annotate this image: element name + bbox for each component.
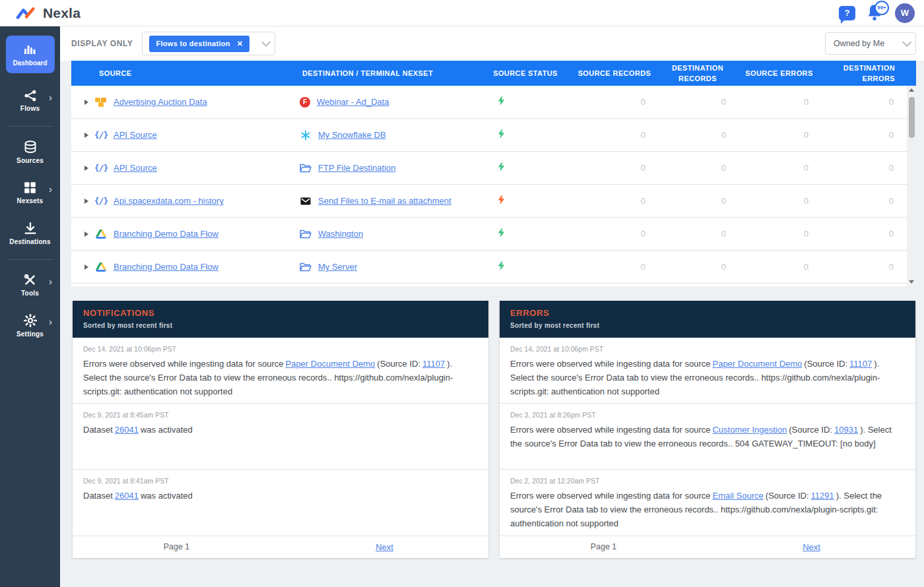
firebolt-icon: F (300, 97, 310, 108)
active-status-bolt-icon (496, 95, 506, 106)
destination-records-value: 0 (657, 130, 738, 140)
notification-entry: Dec 9, 2021 at 8:41am PST Dataset26041wa… (73, 470, 488, 536)
next-page-link[interactable]: Next (376, 542, 393, 552)
row-expander-icon[interactable] (84, 199, 88, 204)
table-header-row: SOURCE DESTINATION / TERMINAL NEXSET SOU… (71, 61, 916, 86)
source-link[interactable]: Advertising Auction Data (114, 97, 207, 107)
column-header-source: SOURCE (71, 68, 281, 79)
source-id-link[interactable]: 11291 (809, 491, 836, 501)
row-expander-icon[interactable] (84, 100, 88, 105)
scrollbar-thumb[interactable] (909, 97, 915, 138)
source-link[interactable]: Branching Demo Data Flow (114, 262, 218, 272)
dataset-id-link[interactable]: 26041 (113, 491, 141, 501)
owner-filter-value: Owned by Me (834, 39, 884, 48)
destination-errors-value: 0 (820, 130, 906, 140)
panel-title: ERRORS (510, 308, 905, 318)
sidebar-divider (7, 259, 53, 260)
active-status-bolt-icon (496, 260, 506, 271)
source-id-link[interactable]: 10931 (832, 425, 860, 435)
entry-text: (Source ID: (766, 491, 809, 501)
filter-bar: DISPLAY ONLY Flows to destination ✕ Owne… (60, 26, 924, 61)
destination-link[interactable]: Webinar - Ad_Data (317, 97, 389, 107)
entry-timestamp: Dec 9, 2021 at 8:41am PST (83, 477, 478, 485)
source-name-link[interactable]: Email Source (710, 491, 765, 501)
help-button[interactable]: ? (839, 6, 855, 20)
error-entry: Dec 14, 2021 at 10:06pm PST Errors were … (500, 338, 915, 404)
filter-chip[interactable]: Flows to destination ✕ (149, 36, 249, 52)
entry-message: Dataset26041was activated (83, 489, 478, 503)
table-scrollbar[interactable] (907, 86, 916, 286)
destination-link[interactable]: Washington (318, 229, 363, 239)
sidebar-item-dashboard[interactable]: Dashboard (6, 36, 55, 73)
nexla-logo[interactable]: Nexla (16, 5, 81, 22)
entry-timestamp: Dec 9, 2021 at 8:45am PST (83, 411, 478, 419)
source-link[interactable]: API Source (114, 130, 157, 140)
nexla-logo-icon (16, 5, 37, 22)
main-content: DISPLAY ONLY Flows to destination ✕ Owne… (60, 26, 924, 587)
notification-entry: Dec 14, 2021 at 10:06pm PST Errors were … (73, 338, 488, 404)
entry-text: Errors were observed while ingesting dat… (510, 425, 710, 435)
source-records-value: 0 (572, 196, 657, 206)
source-link[interactable]: Api.spacexdata.com - history (114, 196, 224, 206)
entry-message: Errors were observed while ingesting dat… (510, 357, 905, 398)
entry-timestamp: Dec 2, 2021 at 12:20am PST (510, 477, 905, 485)
source-errors-value: 0 (738, 130, 820, 140)
chevron-down-icon (261, 38, 271, 47)
flow-filter-select[interactable]: Flows to destination ✕ (142, 32, 275, 55)
flows-table: SOURCE DESTINATION / TERMINAL NEXSET SOU… (71, 61, 916, 286)
destination-link[interactable]: FTP File Destination (318, 163, 396, 173)
destination-records-value: 0 (657, 229, 738, 239)
next-page-link[interactable]: Next (803, 542, 820, 552)
destination-errors-value: 0 (820, 97, 906, 107)
row-expander-icon[interactable] (84, 264, 88, 270)
panel-subtitle: Sorted by most recent first (83, 322, 478, 329)
sidebar-item-label: Destinations (9, 238, 50, 245)
scroll-down-icon[interactable] (909, 280, 914, 284)
database-icon (24, 140, 37, 154)
row-expander-icon[interactable] (84, 232, 88, 237)
entry-timestamp: Dec 14, 2021 at 10:06pm PST (83, 345, 478, 353)
notification-count-badge: 99+ (874, 1, 889, 15)
table-body: Advertising Auction Data F Webinar - Ad_… (71, 86, 916, 286)
sidebar-item-label: Flows (20, 105, 40, 112)
owner-filter-select[interactable]: Owned by Me (825, 32, 916, 55)
column-header-destination-errors: DESTINATION ERRORS (820, 63, 906, 84)
dataset-id-link[interactable]: 26041 (113, 425, 141, 435)
entry-text: Errors were observed while ingesting dat… (510, 491, 710, 501)
sidebar-item-nexsets[interactable]: Nexsets › (0, 173, 60, 213)
entry-message: Errors were observed while ingesting dat… (83, 357, 478, 398)
source-name-link[interactable]: Customer Ingestion (710, 425, 789, 435)
source-records-value: 0 (572, 97, 657, 107)
source-records-value: 0 (572, 262, 657, 272)
user-avatar[interactable]: W (895, 3, 915, 23)
source-link[interactable]: API Source (114, 163, 157, 173)
destination-errors-value: 0 (820, 229, 906, 239)
chevron-right-icon: › (49, 94, 52, 101)
notifications-panel: NOTIFICATIONS Sorted by most recent firs… (73, 301, 488, 558)
destination-link[interactable]: My Snowflake DB (318, 130, 386, 140)
source-id-link[interactable]: 11107 (420, 359, 447, 369)
sidebar-item-tools[interactable]: Tools › (0, 265, 60, 305)
source-link[interactable]: Branching Demo Data Flow (114, 229, 218, 239)
entry-text: Errors were observed while ingesting dat… (510, 359, 710, 369)
sidebar-item-destinations[interactable]: Destinations (0, 213, 60, 254)
errors-panel-header: ERRORS Sorted by most recent first (500, 301, 915, 338)
source-id-link[interactable]: 11107 (847, 359, 874, 369)
table-row: {/} API Source FTP File Destination (71, 152, 916, 185)
source-name-link[interactable]: Paper Document Demo (283, 359, 377, 369)
api-source-icon: {/} (95, 195, 107, 207)
sidebar-item-settings[interactable]: Settings › (0, 305, 60, 346)
sidebar-item-sources[interactable]: Sources (0, 132, 60, 173)
chip-close-icon[interactable]: ✕ (237, 40, 244, 48)
row-expander-icon[interactable] (84, 133, 88, 138)
notifications-bell-button[interactable]: 99+ (866, 3, 884, 23)
row-expander-icon[interactable] (84, 166, 88, 171)
destination-link[interactable]: My Server (318, 262, 357, 272)
scroll-up-icon[interactable] (909, 88, 914, 92)
source-errors-value: 0 (738, 196, 820, 206)
sidebar-item-flows[interactable]: Flows › (0, 81, 60, 121)
column-header-destination: DESTINATION / TERMINAL NEXSET (281, 68, 479, 79)
source-name-link[interactable]: Paper Document Demo (710, 359, 804, 369)
destination-link[interactable]: Send Files to E-mail as attachment (318, 196, 451, 206)
folder-icon (300, 162, 312, 174)
